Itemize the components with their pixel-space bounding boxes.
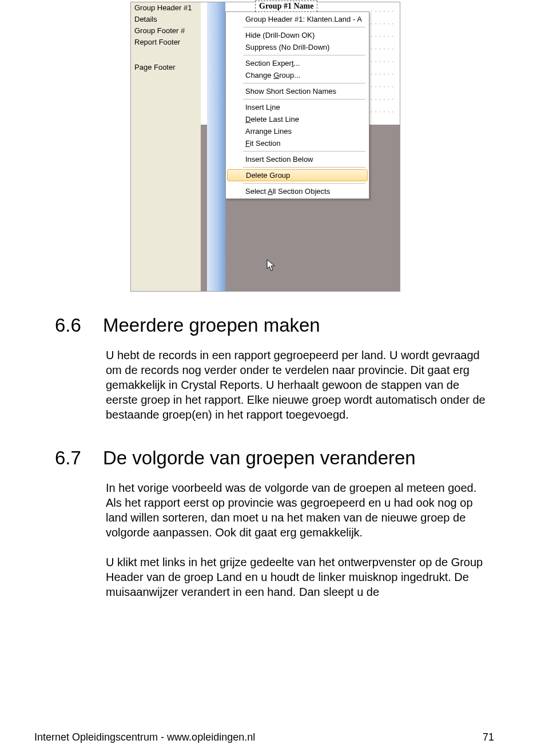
menu-item-change-group[interactable]: Change Group... (226, 69, 369, 81)
group-name-field: Group #1 Name (255, 1, 317, 12)
crystal-reports-screenshot: ········································… (130, 2, 400, 292)
menu-item-select-all-objects[interactable]: Select All Section Objects (226, 185, 369, 197)
menu-item-section-expert[interactable]: Section Expert... (226, 57, 369, 69)
menu-separator (243, 167, 365, 168)
menu-item-fit-section[interactable]: Fit Section (226, 137, 369, 149)
paragraph: U klikt met links in het grijze gedeelte… (106, 555, 494, 599)
section-label: Report Footer (131, 37, 201, 48)
menu-item-delete-group[interactable]: Delete Group (227, 169, 368, 181)
page-body: 6.6 Meerdere groepen maken U hebt de rec… (0, 304, 549, 599)
menu-item-delete-last-line[interactable]: Delete Last Line (226, 113, 369, 125)
section-label: Group Footer # (131, 25, 201, 37)
sections-pane: Group Header #1 Details Group Footer # R… (131, 2, 201, 291)
heading-6-6: 6.6 Meerdere groepen maken (55, 315, 494, 336)
menu-item-header[interactable]: Group Header #1: Klanten.Land - A (226, 13, 369, 25)
paragraph: In het vorige voorbeeld was de volgorde … (106, 480, 494, 540)
section-label: Details (131, 14, 201, 25)
menu-item-suppress[interactable]: Suppress (No Drill-Down) (226, 41, 369, 53)
menu-separator (243, 183, 365, 184)
heading-6-7: 6.7 De volgorde van groepen veranderen (55, 447, 494, 469)
cursor-icon (266, 259, 277, 274)
heading-number: 6.6 (55, 315, 89, 336)
menu-separator (243, 83, 365, 83)
menu-item-insert-line[interactable]: Insert Line (226, 101, 369, 113)
paragraph: U hebt de records in een rapport gegroep… (106, 348, 494, 422)
context-menu-stripe (207, 2, 225, 291)
menu-item-arrange-lines[interactable]: Arrange Lines (226, 125, 369, 137)
heading-title: Meerdere groepen maken (103, 315, 320, 336)
menu-item-short-names[interactable]: Show Short Section Names (226, 85, 369, 97)
footer-left: Internet Opleidingscentrum - www.opleidi… (34, 731, 255, 743)
section-label: Group Header #1 (131, 2, 201, 14)
context-menu: Group Header #1: Klanten.Land - A Hide (… (225, 11, 369, 199)
menu-separator (243, 151, 365, 152)
footer-page-number: 71 (483, 731, 494, 743)
menu-separator (243, 99, 365, 100)
menu-separator (243, 55, 365, 55)
page-footer: Internet Opleidingscentrum - www.opleidi… (0, 731, 549, 743)
menu-item-insert-section-below[interactable]: Insert Section Below (226, 153, 369, 165)
heading-title: De volgorde van groepen veranderen (103, 447, 416, 469)
menu-separator (243, 27, 365, 27)
design-dot-rows: ········································… (370, 5, 399, 118)
menu-item-hide[interactable]: Hide (Drill-Down OK) (226, 29, 369, 41)
section-label: Page Footer (131, 62, 201, 73)
heading-number: 6.7 (55, 447, 89, 469)
